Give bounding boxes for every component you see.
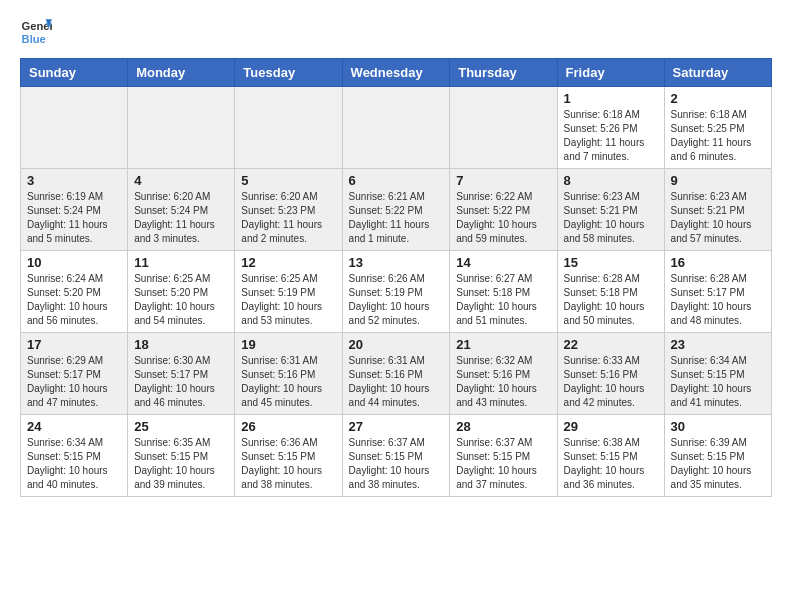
calendar-cell: 24Sunrise: 6:34 AM Sunset: 5:15 PM Dayli… bbox=[21, 415, 128, 497]
day-number: 30 bbox=[671, 419, 765, 434]
day-info: Sunrise: 6:20 AM Sunset: 5:23 PM Dayligh… bbox=[241, 190, 335, 246]
day-number: 12 bbox=[241, 255, 335, 270]
day-info: Sunrise: 6:18 AM Sunset: 5:26 PM Dayligh… bbox=[564, 108, 658, 164]
calendar-cell: 19Sunrise: 6:31 AM Sunset: 5:16 PM Dayli… bbox=[235, 333, 342, 415]
day-info: Sunrise: 6:31 AM Sunset: 5:16 PM Dayligh… bbox=[241, 354, 335, 410]
day-number: 5 bbox=[241, 173, 335, 188]
day-info: Sunrise: 6:20 AM Sunset: 5:24 PM Dayligh… bbox=[134, 190, 228, 246]
logo-icon: General Blue bbox=[20, 16, 52, 48]
day-info: Sunrise: 6:36 AM Sunset: 5:15 PM Dayligh… bbox=[241, 436, 335, 492]
day-info: Sunrise: 6:31 AM Sunset: 5:16 PM Dayligh… bbox=[349, 354, 444, 410]
calendar-cell: 5Sunrise: 6:20 AM Sunset: 5:23 PM Daylig… bbox=[235, 169, 342, 251]
calendar-cell: 23Sunrise: 6:34 AM Sunset: 5:15 PM Dayli… bbox=[664, 333, 771, 415]
day-info: Sunrise: 6:26 AM Sunset: 5:19 PM Dayligh… bbox=[349, 272, 444, 328]
day-info: Sunrise: 6:37 AM Sunset: 5:15 PM Dayligh… bbox=[349, 436, 444, 492]
logo: General Blue bbox=[20, 16, 52, 48]
calendar-cell: 22Sunrise: 6:33 AM Sunset: 5:16 PM Dayli… bbox=[557, 333, 664, 415]
day-info: Sunrise: 6:39 AM Sunset: 5:15 PM Dayligh… bbox=[671, 436, 765, 492]
day-number: 19 bbox=[241, 337, 335, 352]
calendar-cell bbox=[235, 87, 342, 169]
day-number: 21 bbox=[456, 337, 550, 352]
calendar-cell: 27Sunrise: 6:37 AM Sunset: 5:15 PM Dayli… bbox=[342, 415, 450, 497]
calendar-cell bbox=[21, 87, 128, 169]
weekday-header-thursday: Thursday bbox=[450, 59, 557, 87]
day-info: Sunrise: 6:28 AM Sunset: 5:17 PM Dayligh… bbox=[671, 272, 765, 328]
calendar-cell: 17Sunrise: 6:29 AM Sunset: 5:17 PM Dayli… bbox=[21, 333, 128, 415]
calendar-cell: 15Sunrise: 6:28 AM Sunset: 5:18 PM Dayli… bbox=[557, 251, 664, 333]
day-number: 27 bbox=[349, 419, 444, 434]
calendar-cell: 30Sunrise: 6:39 AM Sunset: 5:15 PM Dayli… bbox=[664, 415, 771, 497]
calendar-cell: 10Sunrise: 6:24 AM Sunset: 5:20 PM Dayli… bbox=[21, 251, 128, 333]
calendar-cell: 16Sunrise: 6:28 AM Sunset: 5:17 PM Dayli… bbox=[664, 251, 771, 333]
day-number: 15 bbox=[564, 255, 658, 270]
day-info: Sunrise: 6:29 AM Sunset: 5:17 PM Dayligh… bbox=[27, 354, 121, 410]
calendar-cell: 9Sunrise: 6:23 AM Sunset: 5:21 PM Daylig… bbox=[664, 169, 771, 251]
day-number: 14 bbox=[456, 255, 550, 270]
calendar-cell: 7Sunrise: 6:22 AM Sunset: 5:22 PM Daylig… bbox=[450, 169, 557, 251]
calendar-cell: 12Sunrise: 6:25 AM Sunset: 5:19 PM Dayli… bbox=[235, 251, 342, 333]
day-info: Sunrise: 6:34 AM Sunset: 5:15 PM Dayligh… bbox=[671, 354, 765, 410]
day-number: 17 bbox=[27, 337, 121, 352]
page-container: General Blue SundayMondayTuesdayWednesda… bbox=[0, 0, 792, 507]
day-info: Sunrise: 6:25 AM Sunset: 5:20 PM Dayligh… bbox=[134, 272, 228, 328]
calendar-cell bbox=[342, 87, 450, 169]
calendar-cell: 1Sunrise: 6:18 AM Sunset: 5:26 PM Daylig… bbox=[557, 87, 664, 169]
day-number: 25 bbox=[134, 419, 228, 434]
day-number: 7 bbox=[456, 173, 550, 188]
day-number: 4 bbox=[134, 173, 228, 188]
day-info: Sunrise: 6:35 AM Sunset: 5:15 PM Dayligh… bbox=[134, 436, 228, 492]
calendar-cell bbox=[450, 87, 557, 169]
day-number: 23 bbox=[671, 337, 765, 352]
day-number: 8 bbox=[564, 173, 658, 188]
calendar-cell: 20Sunrise: 6:31 AM Sunset: 5:16 PM Dayli… bbox=[342, 333, 450, 415]
calendar-cell: 26Sunrise: 6:36 AM Sunset: 5:15 PM Dayli… bbox=[235, 415, 342, 497]
day-number: 10 bbox=[27, 255, 121, 270]
calendar-cell: 13Sunrise: 6:26 AM Sunset: 5:19 PM Dayli… bbox=[342, 251, 450, 333]
day-info: Sunrise: 6:25 AM Sunset: 5:19 PM Dayligh… bbox=[241, 272, 335, 328]
calendar-week-1: 1Sunrise: 6:18 AM Sunset: 5:26 PM Daylig… bbox=[21, 87, 772, 169]
weekday-header-saturday: Saturday bbox=[664, 59, 771, 87]
day-info: Sunrise: 6:23 AM Sunset: 5:21 PM Dayligh… bbox=[564, 190, 658, 246]
calendar-cell: 6Sunrise: 6:21 AM Sunset: 5:22 PM Daylig… bbox=[342, 169, 450, 251]
day-info: Sunrise: 6:23 AM Sunset: 5:21 PM Dayligh… bbox=[671, 190, 765, 246]
day-info: Sunrise: 6:34 AM Sunset: 5:15 PM Dayligh… bbox=[27, 436, 121, 492]
calendar-week-2: 3Sunrise: 6:19 AM Sunset: 5:24 PM Daylig… bbox=[21, 169, 772, 251]
calendar-cell: 8Sunrise: 6:23 AM Sunset: 5:21 PM Daylig… bbox=[557, 169, 664, 251]
day-info: Sunrise: 6:28 AM Sunset: 5:18 PM Dayligh… bbox=[564, 272, 658, 328]
day-number: 2 bbox=[671, 91, 765, 106]
day-info: Sunrise: 6:33 AM Sunset: 5:16 PM Dayligh… bbox=[564, 354, 658, 410]
day-number: 16 bbox=[671, 255, 765, 270]
day-number: 11 bbox=[134, 255, 228, 270]
day-info: Sunrise: 6:18 AM Sunset: 5:25 PM Dayligh… bbox=[671, 108, 765, 164]
day-info: Sunrise: 6:30 AM Sunset: 5:17 PM Dayligh… bbox=[134, 354, 228, 410]
calendar-table: SundayMondayTuesdayWednesdayThursdayFrid… bbox=[20, 58, 772, 497]
calendar-cell: 28Sunrise: 6:37 AM Sunset: 5:15 PM Dayli… bbox=[450, 415, 557, 497]
day-number: 22 bbox=[564, 337, 658, 352]
day-info: Sunrise: 6:22 AM Sunset: 5:22 PM Dayligh… bbox=[456, 190, 550, 246]
calendar-week-5: 24Sunrise: 6:34 AM Sunset: 5:15 PM Dayli… bbox=[21, 415, 772, 497]
weekday-header-row: SundayMondayTuesdayWednesdayThursdayFrid… bbox=[21, 59, 772, 87]
day-number: 3 bbox=[27, 173, 121, 188]
calendar-cell bbox=[128, 87, 235, 169]
weekday-header-friday: Friday bbox=[557, 59, 664, 87]
calendar-cell: 29Sunrise: 6:38 AM Sunset: 5:15 PM Dayli… bbox=[557, 415, 664, 497]
svg-text:Blue: Blue bbox=[22, 33, 46, 45]
day-info: Sunrise: 6:19 AM Sunset: 5:24 PM Dayligh… bbox=[27, 190, 121, 246]
calendar-cell: 4Sunrise: 6:20 AM Sunset: 5:24 PM Daylig… bbox=[128, 169, 235, 251]
day-number: 18 bbox=[134, 337, 228, 352]
day-info: Sunrise: 6:27 AM Sunset: 5:18 PM Dayligh… bbox=[456, 272, 550, 328]
calendar-cell: 11Sunrise: 6:25 AM Sunset: 5:20 PM Dayli… bbox=[128, 251, 235, 333]
day-number: 9 bbox=[671, 173, 765, 188]
day-info: Sunrise: 6:38 AM Sunset: 5:15 PM Dayligh… bbox=[564, 436, 658, 492]
calendar-week-4: 17Sunrise: 6:29 AM Sunset: 5:17 PM Dayli… bbox=[21, 333, 772, 415]
weekday-header-sunday: Sunday bbox=[21, 59, 128, 87]
day-number: 28 bbox=[456, 419, 550, 434]
day-info: Sunrise: 6:21 AM Sunset: 5:22 PM Dayligh… bbox=[349, 190, 444, 246]
day-number: 26 bbox=[241, 419, 335, 434]
calendar-cell: 3Sunrise: 6:19 AM Sunset: 5:24 PM Daylig… bbox=[21, 169, 128, 251]
calendar-cell: 25Sunrise: 6:35 AM Sunset: 5:15 PM Dayli… bbox=[128, 415, 235, 497]
weekday-header-wednesday: Wednesday bbox=[342, 59, 450, 87]
day-info: Sunrise: 6:32 AM Sunset: 5:16 PM Dayligh… bbox=[456, 354, 550, 410]
day-number: 24 bbox=[27, 419, 121, 434]
calendar-week-3: 10Sunrise: 6:24 AM Sunset: 5:20 PM Dayli… bbox=[21, 251, 772, 333]
